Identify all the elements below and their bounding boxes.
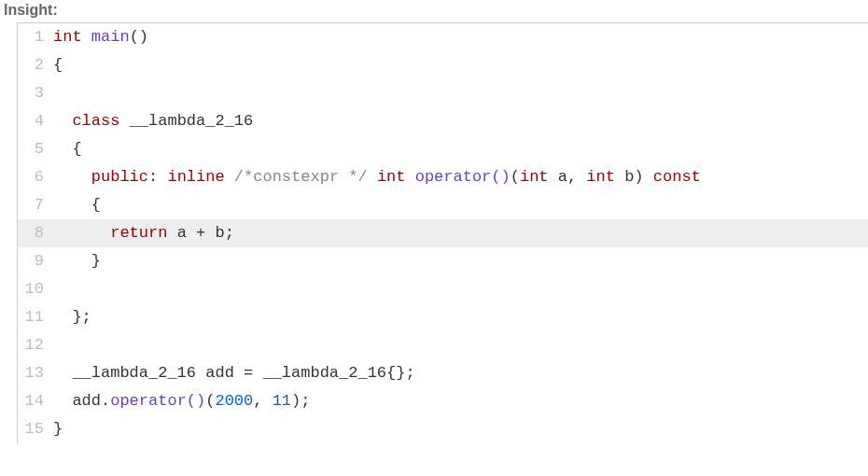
line-number: 5 (18, 135, 53, 163)
code-content: { (53, 191, 868, 219)
token: } (53, 252, 101, 270)
code-line: 10 (18, 275, 868, 303)
token: int (53, 28, 82, 46)
code-line: 9 } (18, 247, 868, 275)
code-content: } (53, 247, 868, 275)
code-content: int main() (53, 23, 868, 51)
token: add. (53, 392, 110, 410)
code-content: add.operator()(2000, 11); (53, 387, 868, 415)
token: }; (53, 308, 91, 326)
token: , (253, 392, 272, 410)
code-content: { (53, 135, 868, 163)
code-line: 1int main() (18, 23, 868, 51)
line-number: 15 (18, 415, 53, 443)
code-line: 2{ (18, 51, 868, 79)
line-number: 1 (18, 23, 53, 51)
token: int (586, 168, 615, 186)
token: return (110, 224, 167, 242)
token: 11 (273, 392, 291, 410)
token: { (53, 140, 82, 158)
line-number: 12 (18, 331, 53, 359)
line-number: 13 (18, 359, 53, 387)
token: class (72, 112, 119, 130)
token: const (653, 168, 701, 186)
token: /*constexpr */ (234, 168, 368, 186)
token: ( (205, 392, 215, 410)
line-number: 3 (18, 79, 53, 107)
code-line: 12 (18, 331, 868, 359)
token: operator() (110, 392, 205, 410)
token: { (53, 56, 63, 74)
token (225, 168, 234, 186)
code-content: { (53, 51, 868, 79)
token: __lambda_2_16 (119, 112, 253, 130)
line-number: 9 (18, 247, 53, 275)
code-content: } (53, 415, 868, 443)
token: () (130, 28, 148, 46)
code-content: __lambda_2_16 add = __lambda_2_16{}; (53, 359, 868, 387)
token (53, 168, 91, 186)
line-number: 10 (18, 275, 53, 303)
token (82, 28, 91, 46)
token (53, 112, 72, 130)
token: 2000 (215, 392, 253, 410)
token: { (53, 196, 101, 214)
code-line: 5 { (18, 135, 868, 163)
token: inline (167, 168, 224, 186)
token: ( (511, 168, 520, 186)
code-line: 4 class __lambda_2_16 (18, 107, 868, 135)
token: : (148, 168, 167, 186)
code-line: 15} (18, 415, 868, 443)
code-content: return a + b; (53, 219, 868, 247)
token: main (91, 28, 130, 46)
token: int (377, 168, 406, 186)
code-viewer: 1int main()2{34 class __lambda_2_165 {6 … (17, 22, 868, 443)
code-line: 3 (18, 79, 868, 107)
code-line: 6 public: inline /*constexpr */ int oper… (18, 163, 868, 191)
code-content: }; (53, 303, 868, 331)
code-line: 13 __lambda_2_16 add = __lambda_2_16{}; (18, 359, 868, 387)
line-number: 8 (18, 219, 53, 247)
header-label: Insight: (4, 2, 58, 18)
token: operator() (415, 168, 511, 186)
token: b) (615, 168, 653, 186)
token: int (520, 168, 549, 186)
token: public (91, 168, 148, 186)
line-number: 4 (18, 107, 53, 135)
token: __lambda_2_16 add = __lambda_2_16{}; (53, 364, 415, 382)
line-number: 6 (18, 163, 53, 191)
section-header: Insight: (0, 0, 868, 22)
code-content: class __lambda_2_16 (53, 107, 868, 135)
token (368, 168, 377, 186)
token: a + b; (167, 224, 233, 242)
code-content: public: inline /*constexpr */ int operat… (53, 163, 868, 191)
token: ); (291, 392, 310, 410)
token: } (53, 420, 63, 438)
line-number: 7 (18, 191, 53, 219)
code-line: 7 { (18, 191, 868, 219)
token (53, 224, 110, 242)
code-line: 11 }; (18, 303, 868, 331)
token (406, 168, 415, 186)
line-number: 11 (18, 303, 53, 331)
code-line: 8 return a + b; (18, 219, 868, 247)
line-number: 14 (18, 387, 53, 415)
token: a, (549, 168, 587, 186)
code-line: 14 add.operator()(2000, 11); (18, 387, 868, 415)
line-number: 2 (18, 51, 53, 79)
